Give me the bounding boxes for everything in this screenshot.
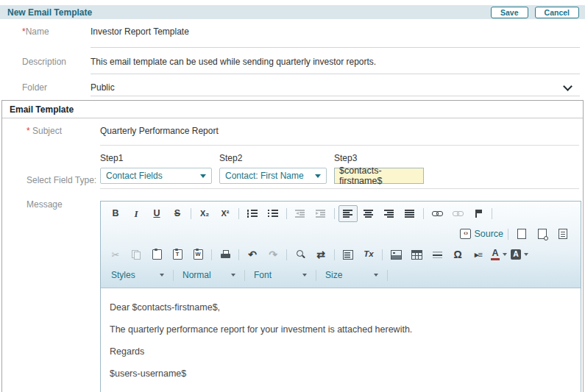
- table-button[interactable]: [407, 246, 426, 263]
- preview-icon: [538, 229, 547, 239]
- paste-button[interactable]: [147, 246, 166, 263]
- message-paragraph: $users-username$: [110, 368, 572, 379]
- new-email-template-page: New Email Template Save Cancel *Name Inv…: [0, 0, 585, 392]
- background-color-button[interactable]: A: [510, 246, 529, 263]
- field-name-dropdown[interactable]: Contact: First Name: [219, 168, 327, 184]
- name-row: *Name Investor Report Template: [0, 19, 585, 48]
- numbered-list-button[interactable]: [243, 205, 262, 222]
- link-icon: [432, 210, 442, 217]
- italic-icon: I: [134, 209, 138, 218]
- preview-button[interactable]: [533, 226, 552, 243]
- field-module-dropdown[interactable]: Contact Fields: [100, 168, 212, 184]
- source-icon: ‹›: [460, 229, 471, 239]
- bold-icon: B: [112, 209, 118, 218]
- font-combo[interactable]: Font: [251, 270, 310, 280]
- remove-format-button[interactable]: Tx: [359, 246, 378, 263]
- background-color-icon: A: [511, 249, 521, 260]
- chevron-down-icon[interactable]: [563, 82, 572, 91]
- redo-icon: ↷: [269, 249, 277, 260]
- toolbar-row-2: ‹›Source: [105, 224, 576, 244]
- text-color-button[interactable]: A: [489, 246, 508, 263]
- cut-button: ✂: [106, 246, 125, 263]
- subscript-button[interactable]: X₂: [195, 205, 214, 222]
- toolbar-separator: [492, 208, 492, 219]
- styles-combo-label: Styles: [111, 270, 135, 280]
- find-button[interactable]: [291, 246, 310, 263]
- superscript-button[interactable]: X²: [216, 205, 235, 222]
- link-button[interactable]: [428, 205, 447, 222]
- name-label: *Name: [0, 19, 91, 37]
- font-combo-label: Font: [254, 270, 272, 280]
- paste-plain-text-icon: T: [173, 249, 182, 260]
- undo-button[interactable]: ↶: [243, 246, 262, 263]
- toolbar-separator: [423, 208, 424, 219]
- underline-button[interactable]: U: [147, 205, 166, 222]
- align-center-button[interactable]: [359, 205, 378, 222]
- caret-down-icon: [374, 274, 378, 277]
- message-paragraph: The quarterly performance report for you…: [110, 324, 572, 335]
- paragraph-format-combo[interactable]: Normal: [180, 270, 238, 280]
- caret-down-icon: [524, 253, 528, 256]
- folder-label: Folder: [0, 74, 91, 93]
- horizontal-line-button[interactable]: [428, 246, 447, 263]
- page-break-icon: ▸≡: [475, 251, 482, 259]
- source-button[interactable]: ‹›Source: [459, 226, 504, 243]
- table-icon: [411, 250, 422, 260]
- editor-toolbar: BIUSX₂X² ‹›Source ✂TW↶↷⇄TxΩ▸≡AA StylesNo…: [101, 202, 581, 288]
- align-right-button[interactable]: [380, 205, 399, 222]
- bold-button[interactable]: B: [106, 205, 125, 222]
- message-paragraph: Dear $contacts-firstname$,: [110, 302, 572, 313]
- italic-button[interactable]: I: [127, 205, 146, 222]
- save-button[interactable]: Save: [491, 7, 528, 18]
- special-character-button[interactable]: Ω: [448, 246, 467, 263]
- field-type-steps: Step1 Contact Fields Step2 Contact: Firs…: [100, 146, 579, 189]
- step1-label: Step1: [100, 153, 212, 163]
- new-page-button[interactable]: [512, 226, 531, 243]
- align-center-icon: [364, 210, 374, 218]
- toolbar-row-4: StylesNormalFontSize: [105, 265, 576, 285]
- increase-indent-icon: [316, 210, 326, 218]
- source-label: Source: [474, 229, 503, 239]
- templates-button[interactable]: [553, 226, 572, 243]
- page-break-button[interactable]: ▸≡: [469, 246, 488, 263]
- folder-row: Folder Public: [0, 74, 585, 96]
- decrease-indent-button: [291, 205, 310, 222]
- replace-button[interactable]: ⇄: [311, 246, 330, 263]
- message-body[interactable]: Dear $contacts-firstname$,The quarterly …: [101, 288, 581, 392]
- image-button[interactable]: [386, 246, 405, 263]
- new-page-icon: [517, 229, 526, 239]
- bulleted-list-button[interactable]: [263, 205, 283, 222]
- step3: Step3 $contacts-firstname$: [334, 153, 424, 184]
- subject-field[interactable]: Quarterly Performance Report: [100, 118, 579, 146]
- styles-combo[interactable]: Styles: [108, 270, 167, 280]
- caret-down-icon: [231, 274, 235, 277]
- font-size-combo[interactable]: Size: [322, 270, 381, 280]
- paste-from-word-button[interactable]: W: [188, 246, 208, 263]
- print-button[interactable]: [216, 246, 235, 263]
- name-field[interactable]: Investor Report Template: [91, 19, 580, 48]
- strikethrough-button[interactable]: S: [168, 205, 187, 222]
- email-template-section: Email Template * Subject Quarterly Perfo…: [1, 100, 584, 392]
- merge-field-value[interactable]: $contacts-firstname$: [334, 168, 424, 184]
- caret-down-icon: [503, 253, 507, 256]
- numbered-list-icon: [247, 210, 258, 218]
- toolbar-separator: [316, 270, 316, 281]
- anchor-button[interactable]: [469, 205, 488, 222]
- paste-plain-text-button[interactable]: T: [168, 246, 187, 263]
- justify-button[interactable]: [400, 205, 419, 222]
- toolbar-separator: [244, 270, 245, 281]
- align-right-icon: [384, 210, 394, 218]
- select-all-button[interactable]: [338, 246, 358, 263]
- templates-icon: [559, 229, 567, 239]
- toolbar-separator: [387, 270, 388, 281]
- decrease-indent-icon: [295, 210, 305, 218]
- undo-icon: ↶: [248, 249, 257, 260]
- toolbar-separator: [286, 249, 287, 260]
- cancel-button[interactable]: Cancel: [535, 7, 579, 18]
- message-row: Message BIUSX₂X² ‹›Source ✂TW↶↷⇄TxΩ▸≡AA …: [2, 189, 583, 392]
- align-left-button[interactable]: [338, 205, 358, 222]
- toolbar-separator: [173, 270, 174, 281]
- folder-dropdown[interactable]: Public: [91, 74, 580, 96]
- description-field[interactable]: This email template can be used while se…: [91, 48, 580, 74]
- step2: Step2 Contact: First Name: [219, 153, 327, 184]
